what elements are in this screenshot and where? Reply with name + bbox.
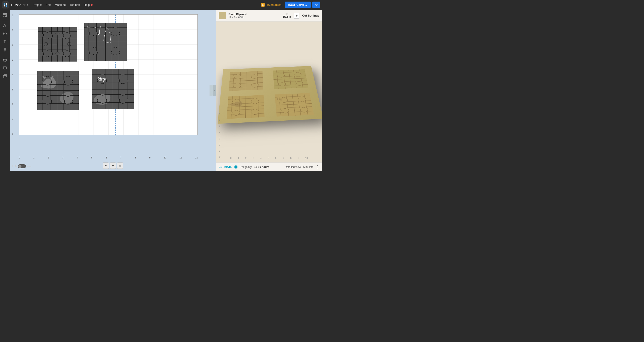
estimate-info-icon[interactable]: i xyxy=(234,165,238,169)
project-title: Puzzle xyxy=(11,3,21,7)
cube-tool-button[interactable] xyxy=(1,73,9,80)
carve-label: Carve... xyxy=(296,3,307,7)
design-canvas[interactable]: dinner is served xyxy=(19,14,198,135)
puzzle-bottom-left[interactable] xyxy=(37,71,79,110)
y-label-6: 6 xyxy=(12,103,14,106)
pro-badge: PRO xyxy=(288,4,295,6)
puzzle-top-left[interactable] xyxy=(38,27,77,62)
cut-settings-button[interactable]: Cut Settings xyxy=(302,14,319,17)
zoom-controls: − + ⌂ xyxy=(103,163,123,169)
material-name: Birch Plywood xyxy=(228,13,280,16)
svg-text:kitty: kitty xyxy=(277,98,283,101)
x-label-7: 7 xyxy=(120,156,122,159)
preview-scene: dinner is served xyxy=(216,22,322,163)
canvas-collapse-handle-2[interactable]: ‹ xyxy=(210,85,213,96)
app-logo xyxy=(2,1,9,9)
nav-project[interactable]: Project xyxy=(33,3,42,7)
x-label-3: 3 xyxy=(62,156,64,159)
import-tool-button[interactable] xyxy=(1,65,9,72)
simulate-button[interactable]: Simulate xyxy=(303,165,314,169)
y-label-7: 7 xyxy=(12,118,14,120)
x-label-11: 11 xyxy=(180,156,182,159)
unit-toggle: inch mm xyxy=(12,164,32,168)
more-options-button[interactable]: ⋮ xyxy=(316,165,319,169)
bit-label: Bit xyxy=(283,13,291,15)
add-bit-button[interactable]: + xyxy=(294,13,300,19)
material-swatch xyxy=(219,12,226,19)
zoom-out-button[interactable]: − xyxy=(103,163,109,169)
pen-tool-button[interactable] xyxy=(1,22,9,29)
left-toolbar: T xyxy=(0,10,10,171)
nav-edit[interactable]: Edit xyxy=(46,3,51,7)
code-button[interactable]: <> xyxy=(312,2,320,8)
y-label-0: 0 xyxy=(12,14,14,17)
material-dims: 12 × 8 × 0.5 in xyxy=(228,16,280,19)
shapes-tool-button[interactable] xyxy=(1,11,9,19)
canvas-area[interactable]: 8 7 6 5 4 3 2 1 0 xyxy=(10,10,216,171)
carve-button[interactable]: PRO Carve... xyxy=(285,2,310,8)
svg-point-10 xyxy=(4,33,5,34)
x-label-10: 10 xyxy=(164,156,166,159)
right-panel: Birch Plywood 12 × 8 × 0.5 in Bit 1/32 i… xyxy=(216,10,322,171)
x-label-9: 9 xyxy=(149,156,150,159)
axis-x-3d: 012345678910 xyxy=(230,157,308,159)
nav-machine[interactable]: Machine xyxy=(55,3,66,7)
bit-info: Bit 1/32 in xyxy=(283,13,291,18)
tile-top-right: dinner is served xyxy=(273,69,308,89)
axis-y-3d: 01234567 xyxy=(219,113,220,158)
x-label-6: 6 xyxy=(106,156,107,159)
chevron-down-icon[interactable]: ▾ xyxy=(26,3,28,7)
puzzle-top-right[interactable]: dinner is served xyxy=(84,23,127,61)
material-info: Birch Plywood 12 × 8 × 0.5 in xyxy=(228,13,280,19)
text-tool-button[interactable]: T xyxy=(1,38,9,46)
detailed-view-button[interactable]: Detailed view xyxy=(285,165,301,169)
x-label-5: 5 xyxy=(91,156,92,159)
x-label-0: 0 xyxy=(19,156,20,159)
x-label-2: 2 xyxy=(48,156,49,159)
inventables-label: Inventables xyxy=(266,3,282,7)
unit-toggle-switch[interactable] xyxy=(18,164,26,168)
inventables-button[interactable]: X Inventables xyxy=(261,3,282,7)
svg-marker-6 xyxy=(3,16,5,17)
svg-point-5 xyxy=(5,13,7,15)
svg-rect-22 xyxy=(3,75,6,78)
box-tool-button[interactable] xyxy=(1,56,9,64)
svg-text:kitty: kitty xyxy=(98,76,106,82)
navbar: Puzzle ☆ ▾ Project Edit Machine Toolbox … xyxy=(0,0,322,10)
zoom-in-button[interactable]: + xyxy=(110,163,116,169)
board-3d: dinner is served xyxy=(218,66,322,124)
online-status-dot xyxy=(91,4,92,6)
svg-rect-3 xyxy=(6,5,7,7)
apps-tool-button[interactable] xyxy=(1,46,9,54)
svg-rect-7 xyxy=(5,15,8,18)
unit-inch-label: inch xyxy=(12,165,16,168)
estimate-time: 15-19 hours xyxy=(254,165,269,169)
estimate-roughing-label: Roughing: xyxy=(240,165,252,169)
right-topbar: Birch Plywood 12 × 8 × 0.5 in Bit 1/32 i… xyxy=(216,10,322,22)
y-label-2: 2 xyxy=(12,44,14,46)
canvas-collapse-handle[interactable]: › xyxy=(213,85,216,96)
star-icon[interactable]: ☆ xyxy=(23,3,26,7)
x-label-8: 8 xyxy=(135,156,136,159)
y-label-5: 5 xyxy=(12,88,14,91)
x-label-1: 1 xyxy=(33,156,35,159)
main-layout: T 8 7 6 5 4 3 2 1 0 xyxy=(0,10,322,171)
y-label-1: 1 xyxy=(12,29,14,32)
puzzle-bottom-right[interactable]: kitty xyxy=(92,69,134,109)
nav-help[interactable]: Help xyxy=(84,3,90,7)
y-label-3: 3 xyxy=(12,59,14,61)
svg-rect-0 xyxy=(4,3,5,5)
preview-3d: dinner is served xyxy=(216,22,322,163)
estimate-label[interactable]: ESTIMATE xyxy=(219,165,232,169)
svg-marker-2 xyxy=(4,5,5,7)
y-label-8: 8 xyxy=(12,133,14,135)
estimate-bar: ESTIMATE i Roughing: 15-19 hours Detaile… xyxy=(216,163,322,171)
target-tool-button[interactable] xyxy=(1,30,9,37)
nav-toolbox[interactable]: Toolbox xyxy=(70,3,80,7)
zoom-reset-button[interactable]: ⌂ xyxy=(117,163,123,169)
tile-bottom-right: kitty xyxy=(275,93,314,117)
tile-top-left xyxy=(229,71,263,91)
svg-rect-4 xyxy=(3,13,5,15)
x-label-12: 12 xyxy=(195,156,198,159)
y-label-4: 4 xyxy=(12,74,14,76)
